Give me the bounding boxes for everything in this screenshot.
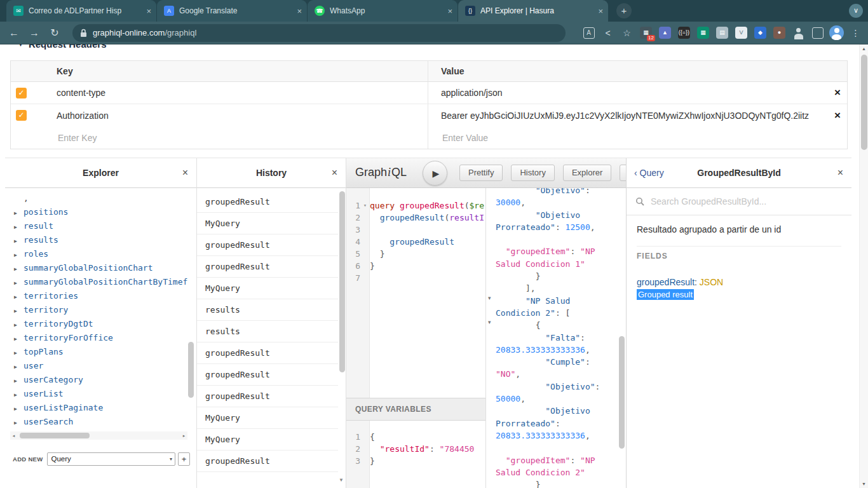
history-item[interactable]: results — [197, 321, 338, 342]
close-doc-icon[interactable]: × — [837, 158, 843, 187]
history-item[interactable]: groupedResult — [197, 256, 338, 278]
explorer-item[interactable]: ▶userSearch — [5, 415, 189, 429]
field-type-link[interactable]: JSON — [700, 277, 723, 287]
remove-header-icon[interactable]: × — [834, 86, 841, 99]
reload-button[interactable]: ↻ — [44, 27, 65, 39]
explorer-vertical-scrollbar[interactable] — [188, 342, 194, 398]
scrollbar-thumb[interactable] — [20, 433, 90, 438]
explorer-item[interactable]: ▶results — [5, 233, 189, 247]
query-variables-title[interactable]: QUERY VARIABLES — [346, 398, 485, 421]
close-explorer-icon[interactable]: × — [182, 158, 188, 187]
history-item[interactable]: MyQuery — [197, 278, 338, 299]
history-item[interactable]: groupedResult — [197, 386, 338, 407]
scrollbar-thumb[interactable] — [861, 55, 867, 150]
explorer-item[interactable]: ▶user — [5, 359, 189, 373]
extension-icon-5[interactable]: ▤ — [714, 24, 731, 41]
explorer-item[interactable]: , — [5, 191, 189, 205]
history-item[interactable]: groupedResult — [197, 234, 338, 256]
scroll-up-icon[interactable]: ▲ — [862, 46, 866, 51]
explorer-item[interactable]: ▶positions — [5, 205, 189, 219]
tab-close-icon[interactable]: × — [447, 6, 452, 16]
menu-icon[interactable]: ⋮ — [847, 24, 864, 41]
new-tab-button[interactable]: + — [616, 3, 632, 18]
extension-icon-1[interactable]: ▦12 — [637, 24, 654, 41]
extension-icon-4[interactable]: ▦ — [695, 24, 712, 41]
page-scrollbar[interactable]: ▲ ▼ — [859, 44, 868, 488]
extension-icon-3[interactable]: ({=}) — [675, 24, 693, 41]
header-value-text[interactable]: Bearer eyJhbGciOiJIUzUxMiJ9.eyJ1c2VyX2lk… — [441, 111, 809, 121]
prettify-button[interactable]: Prettify — [459, 165, 503, 181]
share-icon[interactable]: < — [599, 24, 616, 41]
new-header-value-input[interactable] — [441, 132, 815, 144]
history-item[interactable]: groupedResult — [197, 451, 338, 472]
browser-tab[interactable]: AGoogle Translate× — [157, 0, 307, 22]
explorer-button[interactable]: Explorer — [563, 165, 611, 181]
explorer-item[interactable]: ▶userListPaginate — [5, 401, 189, 415]
extension-icon-2[interactable]: ▲ — [656, 24, 674, 41]
extension-icon-8[interactable]: ● — [771, 24, 788, 41]
history-item[interactable]: MyQuery — [197, 407, 338, 429]
fold-arrow-icon[interactable]: ▾ — [488, 295, 491, 301]
explorer-item[interactable]: ▶result — [5, 219, 189, 233]
header-key-text[interactable]: Authorization — [57, 111, 109, 121]
extension-icon-6[interactable]: V — [733, 24, 750, 41]
browser-tab[interactable]: {}API Explorer | Hasura× — [458, 0, 608, 22]
close-history-icon[interactable]: × — [332, 158, 337, 187]
header-value-text[interactable]: application/json — [441, 88, 503, 98]
explorer-horizontal-scrollbar[interactable]: ◂ ▸ — [10, 431, 187, 440]
history-button[interactable]: History — [511, 165, 554, 181]
explorer-item[interactable]: ▶topPlans — [5, 345, 189, 359]
explorer-item[interactable]: ▶summaryGlobalPositionChartByTimefram — [5, 275, 189, 289]
new-header-key-input[interactable] — [57, 132, 387, 144]
tab-close-icon[interactable]: × — [598, 6, 603, 16]
history-item[interactable]: groupedResult — [197, 342, 338, 364]
response-scrollbar[interactable] — [619, 336, 625, 449]
translate-page-icon[interactable]: A — [580, 24, 597, 41]
history-item[interactable]: groupedResult — [197, 191, 338, 213]
remove-header-icon[interactable]: × — [834, 109, 841, 122]
add-new-button[interactable]: + — [178, 452, 190, 466]
explorer-item[interactable]: ▶userList — [5, 387, 189, 401]
add-new-type-select[interactable]: Query ▾ — [47, 452, 176, 466]
address-bar[interactable]: graphiql-online.com/graphiql — [72, 24, 566, 42]
browser-tab[interactable]: ✉Correo de ADLPartner Hisp× — [6, 0, 156, 22]
tab-close-icon[interactable]: × — [297, 6, 302, 16]
explorer-item[interactable]: ▶territory — [5, 303, 189, 317]
profile-outline-icon[interactable] — [790, 24, 807, 41]
browser-tab[interactable]: ☎WhatsApp× — [308, 0, 458, 22]
query-editor-lines[interactable]: 1▾query groupedResult($re2 groupedResult… — [346, 188, 485, 398]
back-button[interactable]: ← — [4, 27, 24, 39]
scroll-down-icon[interactable]: ▼ — [862, 482, 866, 486]
bookmark-star-icon[interactable]: ☆ — [618, 24, 635, 41]
execute-button[interactable]: ▶ — [423, 161, 447, 186]
extension-icon-7[interactable]: ◆ — [752, 24, 769, 41]
explorer-item[interactable]: ▶summaryGlobalPositionChart — [5, 261, 189, 275]
scroll-down-icon[interactable]: ▼ — [339, 477, 344, 483]
voy-button[interactable]: Voy — [620, 165, 626, 181]
explorer-item[interactable]: ▶territoryForOffice — [5, 331, 189, 345]
history-item[interactable]: MyQuery — [197, 429, 338, 451]
scroll-right-icon[interactable]: ▸ — [180, 433, 187, 438]
header-key-text[interactable]: content-type — [57, 88, 105, 98]
explorer-item[interactable]: ▶territories — [5, 289, 189, 303]
fold-arrow-icon[interactable]: ▾ — [360, 200, 370, 212]
checkbox-checked-icon[interactable]: ✓ — [16, 110, 27, 121]
fold-arrow-icon[interactable]: ▾ — [488, 319, 491, 325]
forward-button[interactable]: → — [24, 27, 44, 39]
history-item[interactable]: MyQuery — [197, 213, 338, 234]
checkbox-checked-icon[interactable]: ✓ — [16, 88, 27, 98]
history-item[interactable]: results — [197, 299, 338, 321]
scroll-left-icon[interactable]: ◂ — [10, 433, 17, 438]
tab-close-icon[interactable]: × — [146, 6, 151, 16]
explorer-item[interactable]: ▶roles — [5, 247, 189, 261]
profile-avatar[interactable] — [828, 24, 845, 41]
history-item[interactable]: groupedResult — [197, 364, 338, 386]
explorer-item[interactable]: ▶territoryDgtDt — [5, 317, 189, 331]
history-scrollbar[interactable] — [339, 191, 345, 372]
field-name-link[interactable]: groupedResult — [637, 277, 695, 287]
explorer-item[interactable]: ▶userCategory — [5, 373, 189, 387]
variables-editor-lines[interactable]: 1 {2 "resultId": "7844503 } — [346, 421, 485, 488]
split-window-icon[interactable] — [809, 24, 826, 41]
doc-search-input[interactable] — [649, 196, 851, 207]
tab-search-button[interactable]: ∨ — [849, 4, 863, 18]
